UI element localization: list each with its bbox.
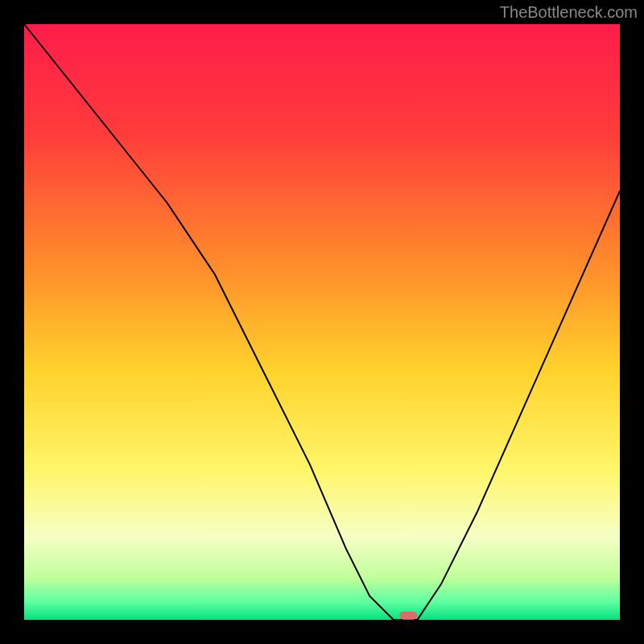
optimal-marker [399, 612, 417, 620]
watermark-text: TheBottleneck.com [500, 3, 638, 22]
chart-background [24, 24, 620, 620]
chart-svg [24, 24, 620, 620]
bottleneck-chart [24, 24, 620, 620]
